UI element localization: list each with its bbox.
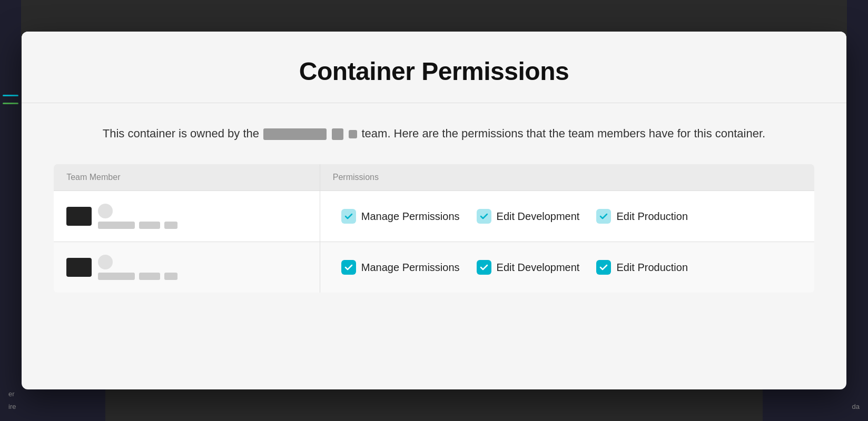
permissions-table: Team Member Permissions bbox=[53, 164, 815, 293]
checkbox-edit-prod-2[interactable] bbox=[596, 260, 611, 275]
member-name-block-1a bbox=[98, 222, 135, 229]
description-suffix: team. Here are the permissions that the … bbox=[361, 127, 765, 140]
permission-label-edit-prod-1: Edit Production bbox=[616, 210, 688, 223]
permission-manage-perms-1: Manage Permissions bbox=[341, 209, 460, 224]
checkbox-manage-perms-1[interactable] bbox=[341, 209, 356, 224]
checkmark-icon-1b bbox=[480, 212, 488, 220]
description-text: This container is owned by the team. Her… bbox=[53, 124, 815, 143]
redacted-team-icon bbox=[332, 128, 343, 140]
modal-title: Container Permissions bbox=[43, 57, 825, 86]
col-header-member: Team Member bbox=[54, 164, 320, 191]
permission-label-manage-perms-1: Manage Permissions bbox=[361, 210, 460, 223]
table-row: Manage Permissions Edit Development bbox=[54, 242, 815, 293]
member-name-row-1 bbox=[98, 222, 177, 229]
member-name-block-2a bbox=[98, 273, 135, 280]
checkbox-edit-prod-1[interactable] bbox=[596, 209, 611, 224]
member-avatar-small-2 bbox=[98, 255, 113, 269]
avatar-1 bbox=[66, 207, 92, 226]
permission-manage-perms-2: Manage Permissions bbox=[341, 260, 460, 275]
container-permissions-modal: Container Permissions This container is … bbox=[22, 32, 846, 389]
member-info-2 bbox=[66, 255, 307, 280]
member-cell-1 bbox=[54, 191, 320, 242]
member-name-block-2c bbox=[164, 273, 177, 280]
permission-edit-prod-2: Edit Production bbox=[596, 260, 688, 275]
permission-edit-prod-1: Edit Production bbox=[596, 209, 688, 224]
checkmark-icon-2b bbox=[480, 263, 488, 272]
bg-accent-bar-cyan bbox=[3, 95, 18, 96]
permission-label-edit-dev-1: Edit Development bbox=[497, 210, 580, 223]
modal-header: Container Permissions bbox=[22, 32, 846, 103]
checkmark-icon-1c bbox=[599, 212, 608, 220]
checkbox-manage-perms-2[interactable] bbox=[341, 260, 356, 275]
member-name-blocks-1 bbox=[98, 204, 177, 229]
table-header: Team Member Permissions bbox=[54, 164, 815, 191]
permission-label-edit-prod-2: Edit Production bbox=[616, 262, 688, 274]
permission-edit-dev-1: Edit Development bbox=[477, 209, 580, 224]
bg-accent-bar-green bbox=[3, 103, 18, 104]
member-name-row-2 bbox=[98, 273, 177, 280]
permission-label-edit-dev-2: Edit Development bbox=[497, 262, 580, 274]
checkmark-icon-2c bbox=[599, 263, 608, 272]
permission-edit-dev-2: Edit Development bbox=[477, 260, 580, 275]
permissions-cell-1: Manage Permissions Edit Development bbox=[320, 191, 814, 242]
permissions-list-1: Manage Permissions Edit Development bbox=[333, 209, 802, 224]
bg-bottom-left-text: er ire bbox=[8, 388, 97, 413]
avatar-2 bbox=[66, 258, 92, 277]
member-name-block-1c bbox=[164, 222, 177, 229]
member-info-1 bbox=[66, 204, 307, 229]
redacted-team-name bbox=[263, 128, 327, 140]
redacted-team-icon2 bbox=[349, 130, 357, 138]
table-row: Manage Permissions Edit Development bbox=[54, 191, 815, 242]
member-cell-2 bbox=[54, 242, 320, 293]
bg-bottom-right-text: da bbox=[771, 400, 860, 413]
checkmark-icon-1a bbox=[344, 212, 353, 220]
member-avatar-small-1 bbox=[98, 204, 113, 218]
permission-label-manage-perms-2: Manage Permissions bbox=[361, 262, 460, 274]
member-name-block-1b bbox=[139, 222, 160, 229]
table-body: Manage Permissions Edit Development bbox=[54, 191, 815, 293]
checkbox-edit-dev-1[interactable] bbox=[477, 209, 491, 224]
checkmark-icon-2a bbox=[344, 263, 353, 272]
description-prefix: This container is owned by the bbox=[103, 127, 259, 140]
checkbox-edit-dev-2[interactable] bbox=[477, 260, 491, 275]
modal-body: This container is owned by the team. Her… bbox=[22, 103, 846, 293]
member-name-block-2b bbox=[139, 273, 160, 280]
permissions-list-2: Manage Permissions Edit Development bbox=[333, 260, 802, 275]
col-header-permissions: Permissions bbox=[320, 164, 814, 191]
permissions-cell-2: Manage Permissions Edit Development bbox=[320, 242, 814, 293]
member-name-blocks-2 bbox=[98, 255, 177, 280]
